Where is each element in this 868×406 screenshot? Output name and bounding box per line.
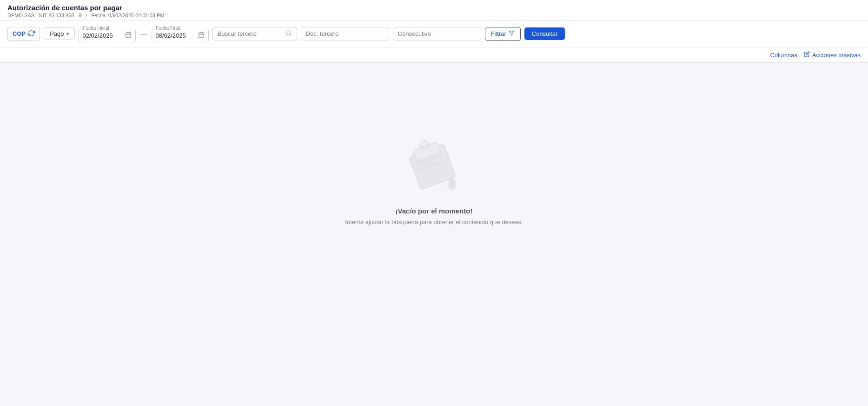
currency-label: COP xyxy=(13,30,26,37)
acciones-masivas-button[interactable]: Acciones masivas xyxy=(804,51,861,59)
fecha-inicial-input-wrap xyxy=(79,29,136,42)
consultar-label: Consultar xyxy=(532,30,558,37)
search-tercero-field xyxy=(212,27,297,40)
date-label: Fecha: xyxy=(91,13,107,18)
page-title: Autorización de cuentas por pagar xyxy=(7,4,861,12)
consecutivo-input[interactable] xyxy=(393,27,481,40)
svg-rect-0 xyxy=(126,33,131,38)
consultar-button[interactable]: Consultar xyxy=(524,27,565,40)
fecha-final-input-wrap xyxy=(152,29,209,42)
svg-line-9 xyxy=(290,34,291,36)
empty-title: ¡Vacío por el momento! xyxy=(396,207,473,215)
currency-selector[interactable]: COP xyxy=(7,27,40,41)
filtrar-label: Filtrar xyxy=(491,30,506,37)
pago-label: Pago xyxy=(50,30,64,37)
calendar-end-icon[interactable] xyxy=(198,32,205,40)
columnas-button[interactable]: Columnas xyxy=(770,52,797,59)
fecha-final-label: Fecha Final xyxy=(155,26,181,31)
fecha-final-input[interactable] xyxy=(156,32,195,39)
edit-icon xyxy=(804,51,810,59)
date-value: 03/02/2025 04:01:03 PM xyxy=(108,13,164,18)
svg-rect-4 xyxy=(199,33,204,38)
empty-illustration xyxy=(402,133,467,198)
sync-icon xyxy=(28,30,35,38)
company-name: DEMO SAS - NIT 85,133,458 - 9 xyxy=(7,13,81,18)
empty-state: ¡Vacío por el momento! Intenta ajustar l… xyxy=(0,63,868,295)
company-info: DEMO SAS - NIT 85,133,458 - 9 | Fecha: 0… xyxy=(7,13,861,18)
chevron-down-icon: ▾ xyxy=(66,31,69,36)
toolbar: COP Pago ▾ Fecha Inicial xyxy=(0,20,868,47)
acciones-label: Acciones masivas xyxy=(812,52,861,59)
search-icon xyxy=(285,30,292,38)
columnas-label: Columnas xyxy=(770,52,797,59)
fecha-final-wrapper: Fecha Final xyxy=(152,29,209,42)
date-range-separator: — xyxy=(140,30,147,38)
doc-tercero-input[interactable] xyxy=(301,27,389,40)
empty-subtitle: Intenta ajustar la búsqueda para obtener… xyxy=(345,219,523,226)
pago-selector[interactable]: Pago ▾ xyxy=(44,27,74,40)
calendar-icon[interactable] xyxy=(125,32,132,40)
header-bar: Autorización de cuentas por pagar DEMO S… xyxy=(0,0,868,20)
fecha-inicial-wrapper: Fecha Inicial xyxy=(79,29,136,42)
svg-marker-10 xyxy=(509,31,514,35)
filtrar-button[interactable]: Filtrar xyxy=(485,27,521,41)
fecha-inicial-input[interactable] xyxy=(83,32,122,39)
search-tercero-input[interactable] xyxy=(218,30,283,37)
action-bar: Columnas Acciones masivas xyxy=(0,47,868,63)
filter-icon xyxy=(509,30,515,38)
fecha-inicial-label: Fecha Inicial xyxy=(82,26,110,31)
